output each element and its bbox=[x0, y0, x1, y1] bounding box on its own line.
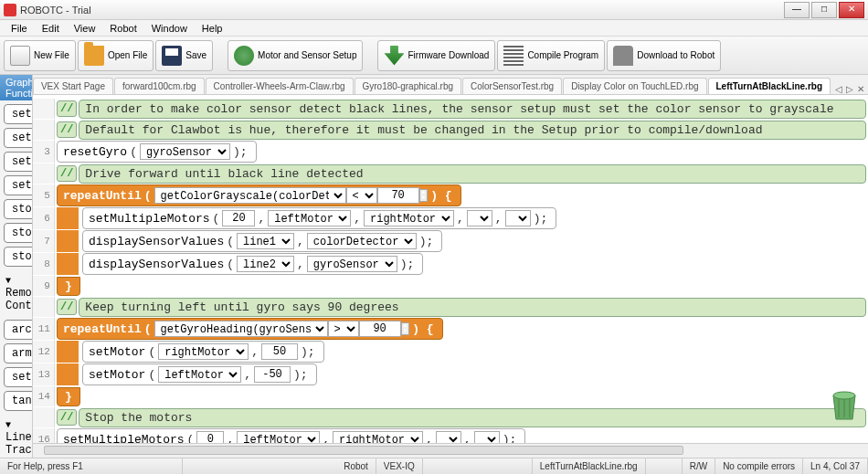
param-op[interactable]: < bbox=[346, 187, 377, 204]
status-platform: VEX-IQ bbox=[376, 458, 423, 474]
trash-icon[interactable] bbox=[828, 386, 861, 423]
menu-window[interactable]: Window bbox=[144, 21, 195, 36]
stmt-resetgyro[interactable]: resetGyro( gyroSensor ); bbox=[57, 141, 257, 163]
param-speed[interactable] bbox=[261, 343, 298, 360]
sidebar: Graphical Functions setMotor setMotorRev… bbox=[0, 75, 33, 458]
svg-point-0 bbox=[833, 392, 855, 399]
tab-controller[interactable]: Controller-Wheels-Arm-Claw.rbg bbox=[206, 78, 354, 94]
download-robot-button[interactable]: Download to Robot bbox=[607, 40, 721, 71]
tab-next[interactable]: ▷ bbox=[846, 84, 853, 94]
param-line[interactable]: line2 bbox=[237, 256, 294, 272]
status-bar: For Help, press F1 Robot VEX-IQ LeftTurn… bbox=[0, 458, 868, 474]
spinner[interactable]: ▲▼ bbox=[401, 322, 410, 335]
fn-stopmultiplemotors[interactable]: stopMultipleMotors bbox=[4, 247, 33, 267]
save-button[interactable]: Save bbox=[155, 40, 213, 71]
stmt-displaysensor[interactable]: displaySensorValues( line2, gyroSensor )… bbox=[82, 253, 423, 275]
fn-setjoystickscale[interactable]: setJoystickScale bbox=[4, 367, 33, 387]
tab-close[interactable]: ✕ bbox=[857, 84, 864, 94]
fn-tankcontrol[interactable]: tankControl bbox=[4, 391, 33, 411]
param-motor2[interactable]: rightMotor bbox=[333, 431, 423, 443]
comment-block[interactable]: Keep turning left until gyro says 90 deg… bbox=[79, 298, 866, 317]
firmware-download-button[interactable]: Firmware Download bbox=[377, 40, 495, 71]
compile-icon bbox=[503, 46, 524, 66]
sidebar-header: Graphical Functions bbox=[0, 75, 32, 100]
param-speed[interactable] bbox=[196, 431, 224, 443]
ctrl-repeatuntil[interactable]: repeatUntil( getGyroHeading(gyroSensor) … bbox=[57, 318, 443, 340]
fn-setmotorreversed[interactable]: setMotorReversed bbox=[4, 128, 33, 148]
param-sensor[interactable]: gyroSensor bbox=[307, 256, 397, 272]
param-motor4[interactable] bbox=[505, 210, 531, 226]
cat-line-tracking[interactable]: Line Tracking bbox=[0, 415, 32, 458]
param-motor[interactable]: rightMotor bbox=[158, 343, 249, 360]
fn-setmotor[interactable]: setMotor bbox=[4, 104, 33, 124]
close-brace[interactable]: } bbox=[57, 277, 80, 296]
menu-help[interactable]: Help bbox=[195, 21, 230, 36]
editor-tabs: VEX Start Page forward100cm.rbg Controll… bbox=[33, 75, 868, 95]
compile-button[interactable]: Compile Program bbox=[497, 40, 605, 71]
tab-start[interactable]: VEX Start Page bbox=[33, 78, 113, 94]
tab-gyro180[interactable]: Gyro180-graphical.rbg bbox=[355, 78, 462, 94]
stmt-setmotor[interactable]: setMotor( leftMotor, ); bbox=[82, 363, 317, 385]
param-cond-expr[interactable]: getGyroHeading(gyroSensor) bbox=[154, 321, 328, 337]
comment-marker: // bbox=[57, 121, 77, 138]
fn-armcontrol[interactable]: armControl bbox=[4, 343, 33, 363]
param-motor[interactable]: leftMotor bbox=[158, 366, 241, 383]
menu-edit[interactable]: Edit bbox=[35, 21, 67, 36]
param-motor2[interactable]: rightMotor bbox=[364, 210, 454, 226]
tab-leftturn[interactable]: LeftTurnAtBlackLine.rbg bbox=[708, 78, 831, 94]
param-cond-expr[interactable]: getColorGrayscale(colorDetector) bbox=[154, 187, 346, 204]
param-threshold[interactable] bbox=[359, 321, 401, 337]
param-motor4[interactable] bbox=[474, 431, 500, 443]
menu-robot[interactable]: Robot bbox=[102, 21, 143, 36]
tab-displaycolor[interactable]: Display Color on TouchLED.rbg bbox=[563, 78, 706, 94]
comment-block[interactable]: Stop the motors bbox=[79, 408, 866, 427]
param-sensor[interactable]: colorDetector bbox=[307, 233, 417, 249]
tab-forward100[interactable]: forward100cm.rbg bbox=[114, 78, 205, 94]
comment-block[interactable]: Default for Clawbot is hue, therefore it… bbox=[79, 121, 866, 140]
maximize-button[interactable]: □ bbox=[811, 2, 837, 18]
comment-block[interactable]: In order to make color sensor detect bla… bbox=[79, 100, 866, 119]
fn-stopallmotors[interactable]: stopAllMotors bbox=[4, 199, 33, 219]
param-op[interactable]: > bbox=[328, 321, 359, 337]
param-line[interactable]: line1 bbox=[237, 233, 294, 249]
status-file: LeftTurnAtBlackLine.rbg bbox=[533, 458, 646, 474]
fn-setmotortarget[interactable]: setMotorTarget bbox=[4, 152, 33, 172]
param-motor3[interactable] bbox=[467, 210, 492, 226]
param-threshold[interactable] bbox=[377, 187, 419, 204]
param-motor1[interactable]: leftMotor bbox=[237, 431, 320, 443]
stmt-setmultiplemotors[interactable]: setMultipleMotors( , leftMotor, rightMot… bbox=[57, 428, 525, 443]
param-speed[interactable] bbox=[222, 210, 255, 226]
tab-colorsensor[interactable]: ColorSensorTest.rbg bbox=[462, 78, 562, 94]
status-robot: Robot bbox=[336, 458, 376, 474]
close-brace[interactable]: } bbox=[57, 387, 80, 406]
stmt-setmotor[interactable]: setMotor( rightMotor, ); bbox=[82, 341, 324, 363]
fn-setmultiplemotors[interactable]: setMultipleMotors bbox=[4, 175, 33, 195]
cat-remote-control[interactable]: Remote Control bbox=[0, 270, 32, 316]
param-gyrosensor[interactable]: gyroSensor bbox=[140, 143, 230, 160]
new-file-button[interactable]: New File bbox=[4, 40, 76, 71]
stmt-setmultiplemotors[interactable]: setMultipleMotors( , leftMotor, rightMot… bbox=[82, 207, 556, 229]
param-speed[interactable] bbox=[254, 366, 291, 383]
ctrl-repeatuntil[interactable]: repeatUntil( getColorGrayscale(colorDete… bbox=[57, 184, 461, 206]
close-button[interactable]: ✕ bbox=[839, 2, 864, 18]
code-editor[interactable]: // In order to make color sensor detect … bbox=[33, 95, 868, 443]
editor-area: VEX Start Page forward100cm.rbg Controll… bbox=[33, 75, 868, 458]
tab-prev[interactable]: ◁ bbox=[835, 84, 842, 94]
stmt-displaysensor[interactable]: displaySensorValues( line1, colorDetecto… bbox=[82, 230, 442, 252]
menu-file[interactable]: File bbox=[4, 21, 35, 36]
fn-stopmotor[interactable]: stopMotor bbox=[4, 223, 33, 243]
editor-hscrollbar[interactable] bbox=[33, 443, 868, 458]
menu-view[interactable]: View bbox=[67, 21, 103, 36]
toolbar: New File Open File Save Motor and Sensor… bbox=[0, 37, 868, 75]
comment-block[interactable]: Drive forward until black line detected bbox=[79, 164, 866, 184]
open-file-button[interactable]: Open File bbox=[78, 40, 153, 71]
comment-marker: // bbox=[57, 165, 77, 182]
status-help: For Help, press F1 bbox=[0, 458, 183, 474]
param-motor1[interactable]: leftMotor bbox=[268, 210, 351, 226]
sensor-setup-button[interactable]: Motor and Sensor Setup bbox=[228, 40, 363, 71]
fn-arcadecontrol[interactable]: arcadeControl bbox=[4, 320, 33, 340]
spinner[interactable]: ▲▼ bbox=[419, 189, 429, 202]
minimize-button[interactable]: — bbox=[784, 2, 810, 18]
status-errors: No compile errors bbox=[715, 458, 803, 474]
param-motor3[interactable] bbox=[436, 431, 461, 443]
